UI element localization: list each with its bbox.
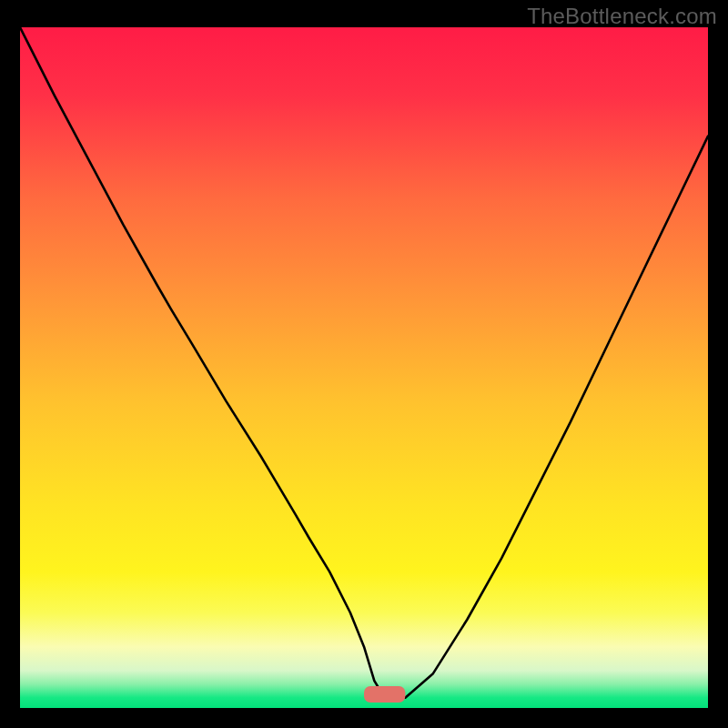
- plot-svg: [20, 27, 708, 708]
- bottleneck-plot: [20, 27, 708, 708]
- optimal-marker: [364, 686, 405, 703]
- gradient-background: [20, 27, 708, 708]
- chart-frame: TheBottleneck.com: [0, 0, 728, 728]
- attribution-text: TheBottleneck.com: [527, 4, 717, 29]
